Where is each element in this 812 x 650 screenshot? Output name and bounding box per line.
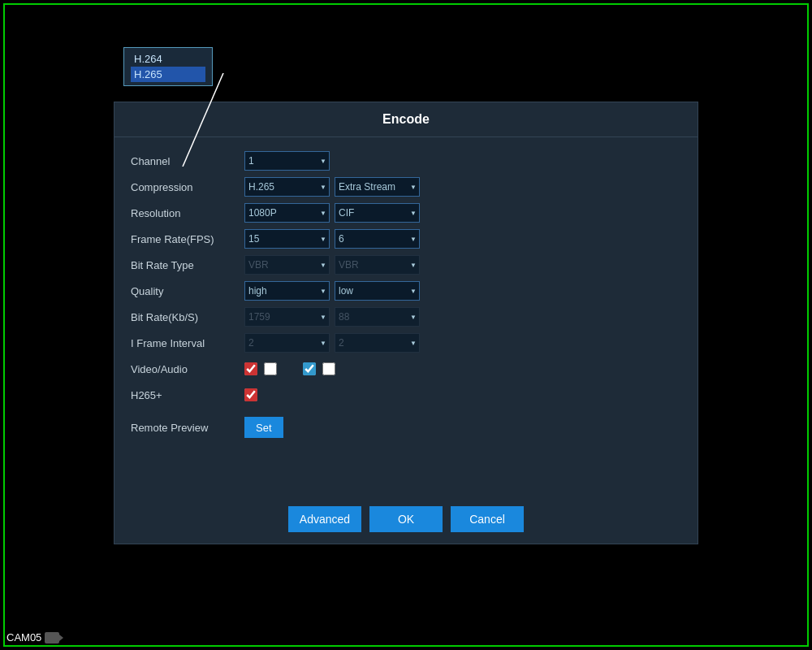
video-audio-row: Video/Audio	[131, 358, 681, 379]
bit-rate-type-main-select: VBRCBR	[244, 255, 330, 275]
bit-rate-type-sub-wrapper[interactable]: VBRCBR	[335, 255, 420, 275]
quality-main-select[interactable]: highesthigherhighmediumlow	[244, 281, 330, 301]
quality-label: Quality	[131, 285, 244, 297]
resolution-controls: 1080P720PD1CIF 1080P720PD1CIF	[244, 203, 681, 223]
resolution-sub-select[interactable]: 1080P720PD1CIF	[335, 203, 420, 223]
ok-button[interactable]: OK	[369, 506, 443, 532]
dialog-body: Channel 1234 Compression H.264H.265	[114, 137, 698, 456]
compression-main-wrapper[interactable]: H.264H.265	[244, 177, 330, 197]
bit-rate-main-wrapper: 1759	[244, 307, 330, 327]
bit-rate-type-main-wrapper[interactable]: VBRCBR	[244, 255, 330, 275]
resolution-main-wrapper[interactable]: 1080P720PD1CIF	[244, 203, 330, 223]
remote-preview-label: Remote Preview	[131, 422, 244, 434]
cancel-button[interactable]: Cancel	[451, 506, 524, 532]
dialog-title: Encode	[114, 102, 698, 137]
quality-controls: highesthigherhighmediumlow highesthigher…	[244, 281, 681, 301]
quality-row: Quality highesthigherhighmediumlow highe…	[131, 280, 681, 301]
frame-rate-main-wrapper[interactable]: 151086	[244, 229, 330, 249]
cam-label: CAM05	[6, 631, 59, 644]
h265plus-checkbox[interactable]	[244, 388, 257, 401]
compression-row: Compression H.264H.265 Main StreamExtra …	[131, 176, 681, 197]
h265plus-row: H265+	[131, 384, 681, 405]
video-audio-sub-group	[303, 362, 335, 375]
compression-sub-wrapper[interactable]: Main StreamExtra Stream	[335, 177, 420, 197]
video-audio-controls	[244, 362, 681, 375]
resolution-main-select[interactable]: 1080P720PD1CIF	[244, 203, 330, 223]
channel-label: Channel	[131, 155, 244, 167]
bit-rate-row: Bit Rate(Kb/S) 1759 88	[131, 306, 681, 327]
i-frame-controls: 248 248	[244, 333, 681, 353]
compression-dropdown-tooltip[interactable]: H.264 H.265	[123, 47, 213, 86]
sub-audio-checkbox[interactable]	[322, 362, 335, 375]
h265plus-label: H265+	[131, 389, 244, 401]
channel-select[interactable]: 1234	[244, 151, 330, 171]
bit-rate-type-row: Bit Rate Type VBRCBR VBRCBR	[131, 254, 681, 275]
frame-rate-controls: 151086 151086	[244, 229, 681, 249]
i-frame-sub-wrapper: 248	[335, 333, 420, 353]
bit-rate-type-label: Bit Rate Type	[131, 259, 244, 271]
main-video-checkbox[interactable]	[244, 362, 257, 375]
camera-icon	[45, 632, 59, 644]
video-audio-main-group	[244, 362, 277, 375]
h265plus-controls	[244, 388, 681, 401]
resolution-label: Resolution	[131, 207, 244, 219]
channel-controls: 1234	[244, 151, 681, 171]
bit-rate-label: Bit Rate(Kb/S)	[131, 311, 244, 323]
i-frame-label: I Frame Interval	[131, 337, 244, 349]
compression-sub-select[interactable]: Main StreamExtra Stream	[335, 177, 420, 197]
bit-rate-controls: 1759 88	[244, 307, 681, 327]
quality-sub-select[interactable]: highesthigherhighmediumlow	[335, 281, 420, 301]
channel-select-wrapper[interactable]: 1234	[244, 151, 330, 171]
resolution-row: Resolution 1080P720PD1CIF 1080P720PD1CIF	[131, 202, 681, 223]
encode-dialog: Encode Channel 1234 Compression H.264H.2…	[114, 102, 698, 544]
tooltip-option-h264[interactable]: H.264	[131, 51, 205, 67]
remote-preview-row: Remote Preview Set	[131, 417, 681, 438]
remote-preview-set-button[interactable]: Set	[244, 417, 283, 438]
bit-rate-type-sub-select: VBRCBR	[335, 255, 420, 275]
tooltip-option-h265[interactable]: H.265	[131, 67, 205, 82]
main-audio-checkbox[interactable]	[264, 362, 277, 375]
frame-rate-row: Frame Rate(FPS) 151086 151086	[131, 228, 681, 249]
bit-rate-type-controls: VBRCBR VBRCBR	[244, 255, 681, 275]
resolution-sub-wrapper[interactable]: 1080P720PD1CIF	[335, 203, 420, 223]
compression-main-select[interactable]: H.264H.265	[244, 177, 330, 197]
compression-controls: H.264H.265 Main StreamExtra Stream	[244, 177, 681, 197]
bit-rate-sub-wrapper: 88	[335, 307, 420, 327]
frame-rate-sub-wrapper[interactable]: 151086	[335, 229, 420, 249]
frame-rate-sub-select[interactable]: 151086	[335, 229, 420, 249]
dialog-footer: Advanced OK Cancel	[114, 495, 698, 544]
quality-sub-wrapper[interactable]: highesthigherhighmediumlow	[335, 281, 420, 301]
i-frame-row: I Frame Interval 248 248	[131, 332, 681, 353]
sub-video-checkbox[interactable]	[303, 362, 316, 375]
quality-main-wrapper[interactable]: highesthigherhighmediumlow	[244, 281, 330, 301]
remote-preview-controls: Set	[244, 417, 681, 438]
advanced-button[interactable]: Advanced	[288, 506, 361, 532]
frame-rate-main-select[interactable]: 151086	[244, 229, 330, 249]
frame-rate-label: Frame Rate(FPS)	[131, 233, 244, 245]
compression-label: Compression	[131, 181, 244, 193]
i-frame-main-wrapper: 248	[244, 333, 330, 353]
i-frame-sub-select: 248	[335, 333, 420, 353]
bit-rate-sub-select: 88	[335, 307, 420, 327]
bit-rate-main-select: 1759	[244, 307, 330, 327]
video-audio-label: Video/Audio	[131, 363, 244, 375]
cam-label-text: CAM05	[6, 631, 41, 644]
i-frame-main-select: 248	[244, 333, 330, 353]
channel-row: Channel 1234	[131, 150, 681, 171]
